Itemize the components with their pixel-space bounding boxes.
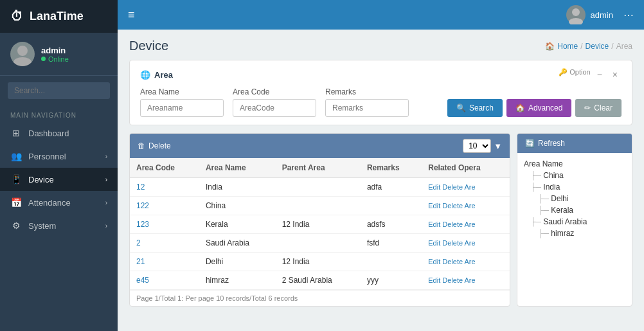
clear-button[interactable]: ✏ Clear bbox=[575, 99, 622, 117]
cell-ops: Edit Delete Are bbox=[422, 253, 510, 271]
chevron-right-icon: › bbox=[105, 153, 107, 160]
action-links[interactable]: Edit Delete Are bbox=[428, 239, 475, 247]
refresh-icon: 🔄 bbox=[525, 139, 535, 148]
cell-parent bbox=[276, 178, 361, 197]
nav-section-label: MAIN NAVIGATION bbox=[0, 105, 118, 121]
table-row: e45 himraz 2 Saudi Arabia yyy Edit Delet… bbox=[130, 271, 510, 290]
delete-button[interactable]: 🗑 Delete bbox=[138, 141, 171, 150]
cell-remarks: adsfs bbox=[361, 215, 422, 234]
option-label[interactable]: 🔑 Option bbox=[559, 68, 590, 81]
table-row: 123 Kerala 12 India adsfs Edit Delete Ar… bbox=[130, 215, 510, 234]
tree-node[interactable]: Area Name bbox=[524, 158, 625, 170]
admin-avatar bbox=[566, 5, 586, 24]
tree-section: 🔄 Refresh Area Name├─ China├─ India├─ De… bbox=[517, 133, 632, 307]
code-link[interactable]: 123 bbox=[136, 220, 149, 229]
area-table: Area Code Area Name Parent Area Remarks … bbox=[130, 158, 510, 290]
cell-ops: Edit Delete Are bbox=[422, 215, 510, 234]
tree-node[interactable]: ├─ Kerala bbox=[524, 204, 625, 216]
table-section: 🗑 Delete 10 20 50 ▼ bbox=[129, 133, 510, 307]
globe-icon: 🌐 bbox=[140, 70, 150, 80]
close-button[interactable]: × bbox=[609, 68, 622, 81]
table-row: 12 India adfa Edit Delete Are bbox=[130, 178, 510, 197]
table-header-row: Area Code Area Name Parent Area Remarks … bbox=[130, 158, 510, 178]
sidebar-item-device[interactable]: 📱 Device › bbox=[0, 168, 118, 191]
share-icon[interactable]: ⋯ bbox=[623, 9, 634, 21]
remarks-input[interactable] bbox=[325, 99, 409, 117]
code-link[interactable]: e45 bbox=[136, 276, 149, 285]
cell-parent: 2 Saudi Arabia bbox=[276, 271, 361, 290]
filter-panel: 🌐 Area 🔑 Option − × Area Name bbox=[129, 60, 632, 125]
admin-label: admin bbox=[591, 10, 613, 20]
cell-code: 123 bbox=[130, 215, 199, 234]
tree-node[interactable]: ├─ India bbox=[524, 181, 625, 193]
device-icon: 📱 bbox=[10, 174, 22, 184]
cell-code: 12 bbox=[130, 178, 199, 197]
main-content: ≡ admin ⋯ Device 🏠 Home / Device / Area bbox=[118, 0, 644, 331]
sidebar-item-dashboard[interactable]: ⊞ Dashboard bbox=[0, 121, 118, 145]
area-code-input[interactable] bbox=[233, 99, 316, 117]
action-links[interactable]: Edit Delete Are bbox=[428, 276, 475, 284]
code-link[interactable]: 2 bbox=[136, 238, 141, 247]
code-link[interactable]: 122 bbox=[136, 201, 149, 210]
cell-name: Saudi Arabia bbox=[199, 234, 276, 253]
tree-node[interactable]: ├─ himraz bbox=[524, 228, 625, 239]
cell-ops: Edit Delete Are bbox=[422, 271, 510, 290]
svg-point-3 bbox=[569, 18, 583, 24]
col-area-name: Area Name bbox=[199, 158, 276, 178]
table-footer: Page 1/Total 1: Per page 10 records/Tota… bbox=[130, 290, 510, 306]
sidebar-item-personnel[interactable]: 👥 Personnel › bbox=[0, 145, 118, 168]
col-parent-area: Parent Area bbox=[276, 158, 361, 178]
tree-body: Area Name├─ China├─ India├─ Delhi├─ Kera… bbox=[517, 153, 632, 244]
table-row: 2 Saudi Arabia fsfd Edit Delete Are bbox=[130, 234, 510, 253]
svg-point-0 bbox=[17, 46, 28, 56]
cell-parent bbox=[276, 197, 361, 215]
page-size-select[interactable]: 10 20 50 bbox=[463, 139, 491, 153]
profile-status: Online bbox=[41, 55, 69, 63]
minimize-button[interactable]: − bbox=[593, 68, 606, 81]
tree-node[interactable]: ├─ Saudi Arabia bbox=[524, 216, 625, 228]
cell-ops: Edit Delete Are bbox=[422, 197, 510, 215]
tree-node[interactable]: ├─ China bbox=[524, 170, 625, 181]
hamburger-icon[interactable]: ≡ bbox=[128, 8, 135, 22]
action-links[interactable]: Edit Delete Are bbox=[428, 202, 475, 210]
action-links[interactable]: Edit Delete Are bbox=[428, 183, 475, 191]
area-name-input[interactable] bbox=[140, 99, 224, 117]
cell-parent: 12 India bbox=[276, 215, 361, 234]
breadcrumb-sep1: / bbox=[580, 42, 582, 51]
cell-parent: 12 India bbox=[276, 253, 361, 271]
action-links[interactable]: Edit Delete Are bbox=[428, 220, 475, 228]
cell-name: Delhi bbox=[199, 253, 276, 271]
filter-buttons: 🔍 Search 🏠 Advanced ✏ Clear bbox=[447, 99, 622, 117]
advanced-button[interactable]: 🏠 Advanced bbox=[506, 99, 571, 117]
trash-icon: 🗑 bbox=[138, 141, 145, 150]
cell-parent bbox=[276, 234, 361, 253]
tree-node[interactable]: ├─ Delhi bbox=[524, 193, 625, 204]
personnel-icon: 👥 bbox=[10, 151, 22, 161]
table-scroll[interactable]: Area Code Area Name Parent Area Remarks … bbox=[130, 158, 510, 290]
code-link[interactable]: 21 bbox=[136, 257, 145, 266]
sidebar: ⏱ LanaTime admin Online MAIN NAVIGATION … bbox=[0, 0, 118, 331]
action-links[interactable]: Edit Delete Are bbox=[428, 258, 475, 265]
lower-panel: 🗑 Delete 10 20 50 ▼ bbox=[129, 133, 632, 307]
sidebar-search-input[interactable] bbox=[8, 82, 110, 99]
topbar: ≡ admin ⋯ bbox=[118, 0, 644, 30]
cell-remarks: adfa bbox=[361, 178, 422, 197]
svg-point-2 bbox=[572, 8, 580, 16]
search-button[interactable]: 🔍 Search bbox=[447, 99, 503, 117]
dashboard-icon: ⊞ bbox=[10, 128, 22, 138]
table-row: 122 China Edit Delete Are bbox=[130, 197, 510, 215]
page-title: Device bbox=[129, 39, 168, 53]
cell-name: China bbox=[199, 197, 276, 215]
remarks-field: Remarks bbox=[325, 87, 409, 117]
breadcrumb-home[interactable]: Home bbox=[557, 42, 578, 51]
cell-remarks: fsfd bbox=[361, 234, 422, 253]
col-related-opera: Related Opera bbox=[422, 158, 510, 178]
code-link[interactable]: 12 bbox=[136, 183, 145, 192]
system-icon: ⚙ bbox=[10, 220, 22, 231]
sidebar-item-system[interactable]: ⚙ System › bbox=[0, 214, 118, 237]
breadcrumb-device[interactable]: Device bbox=[586, 42, 609, 51]
dropdown-arrow-icon: ▼ bbox=[494, 141, 502, 151]
cell-name: himraz bbox=[199, 271, 276, 290]
sidebar-item-attendance[interactable]: 📅 Attendance › bbox=[0, 191, 118, 214]
attendance-icon: 📅 bbox=[10, 197, 22, 208]
